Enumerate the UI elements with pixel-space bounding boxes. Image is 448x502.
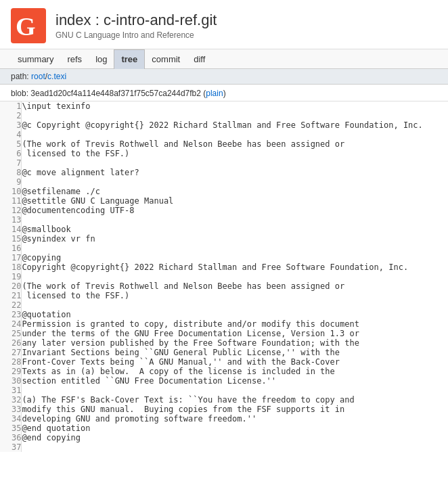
line-number: 29 <box>0 367 22 376</box>
line-code: Copyright @copyright{} 2022 Richard Stal… <box>22 263 448 272</box>
line-number: 21 <box>0 291 22 300</box>
line-number: 22 <box>0 300 22 310</box>
line-code <box>22 111 448 120</box>
nav-commit[interactable]: commit <box>145 50 187 68</box>
line-number: 36 <box>0 433 22 442</box>
nav-diff[interactable]: diff <box>187 50 212 68</box>
blob-prefix: blob: 3ead1d20cf4a114e448af371f75c57ca24… <box>11 89 206 98</box>
table-row: 14@smallbook <box>0 225 448 234</box>
table-row: 5(The work of Trevis Rothwell and Nelson… <box>0 139 448 149</box>
line-number: 4 <box>0 130 22 139</box>
line-code <box>22 386 448 395</box>
table-row: 30section entitled ``GNU Free Documentat… <box>0 376 448 386</box>
line-number: 8 <box>0 168 22 177</box>
table-row: 10@setfilename ./c <box>0 187 448 196</box>
line-code: under the terms of the GNU Free Document… <box>22 329 448 338</box>
table-row: 21 licensed to the FSF.) <box>0 291 448 300</box>
line-number: 24 <box>0 319 22 329</box>
line-code: @copying <box>22 253 448 263</box>
table-row: 36@end copying <box>0 433 448 442</box>
table-row: 19 <box>0 272 448 281</box>
table-row: 34developing GNU and promoting software … <box>0 414 448 424</box>
line-code: @smallbook <box>22 225 448 234</box>
table-row: 24Permission is granted to copy, distrib… <box>0 319 448 329</box>
line-code <box>22 158 448 168</box>
line-code <box>22 215 448 225</box>
table-row: 18Copyright @copyright{} 2022 Richard St… <box>0 263 448 272</box>
path-file-link[interactable]: c.texi <box>47 72 66 81</box>
line-number: 11 <box>0 196 22 206</box>
table-row: 12@documentencoding UTF-8 <box>0 206 448 215</box>
line-number: 13 <box>0 215 22 225</box>
table-row: 31 <box>0 386 448 395</box>
line-code: \input texinfo <box>22 101 448 111</box>
table-row: 25under the terms of the GNU Free Docume… <box>0 329 448 338</box>
line-number: 14 <box>0 225 22 234</box>
table-row: 32(a) The FSF's Back-Cover Text is: ``Yo… <box>0 395 448 405</box>
git-logo: G <box>11 8 46 43</box>
line-number: 35 <box>0 424 22 433</box>
table-row: 2 <box>0 111 448 120</box>
line-code: @end copying <box>22 433 448 442</box>
line-code: (The work of Trevis Rothwell and Nelson … <box>22 281 448 291</box>
blob-info: blob: 3ead1d20cf4a114e448af371f75c57ca24… <box>0 85 448 101</box>
table-row: 3@c Copyright @copyright{} 2022 Richard … <box>0 120 448 130</box>
line-code <box>22 300 448 310</box>
path-root-link[interactable]: root <box>31 72 45 81</box>
line-number: 28 <box>0 357 22 367</box>
table-row: 26any later version published by the Fre… <box>0 338 448 348</box>
line-number: 31 <box>0 386 22 395</box>
line-number: 17 <box>0 253 22 263</box>
line-code: @end quotation <box>22 424 448 433</box>
table-row: 8@c move alignment later? <box>0 168 448 177</box>
line-code: @settitle GNU C Language Manual <box>22 196 448 206</box>
line-number: 27 <box>0 348 22 357</box>
line-code <box>22 177 448 187</box>
line-number: 20 <box>0 281 22 291</box>
line-number: 9 <box>0 177 22 187</box>
line-number: 15 <box>0 234 22 244</box>
line-code: @documentencoding UTF-8 <box>22 206 448 215</box>
header-text: index : c-intro-and-ref.git GNU C Langua… <box>55 12 217 40</box>
line-code <box>22 244 448 253</box>
line-code: (a) The FSF's Back-Cover Text is: ``You … <box>22 395 448 405</box>
line-code: Front-Cover Texts being ``A GNU Manual,'… <box>22 357 448 367</box>
line-number: 18 <box>0 263 22 272</box>
line-code: @setfilename ./c <box>22 187 448 196</box>
blob-plain-link[interactable]: plain <box>206 89 223 98</box>
table-row: 6 licensed to the FSF.) <box>0 149 448 158</box>
line-code: licensed to the FSF.) <box>22 291 448 300</box>
line-number: 5 <box>0 139 22 149</box>
repo-title: index : c-intro-and-ref.git <box>55 12 217 29</box>
line-code: @quotation <box>22 310 448 319</box>
table-row: 1\input texinfo <box>0 101 448 111</box>
table-row: 15@synindex vr fn <box>0 234 448 244</box>
table-row: 28Front-Cover Texts being ``A GNU Manual… <box>0 357 448 367</box>
navbar: summary refs log tree commit diff <box>0 49 448 69</box>
path-bar: path: root/c.texi <box>0 69 448 85</box>
nav-summary[interactable]: summary <box>11 50 60 68</box>
line-number: 37 <box>0 442 22 452</box>
table-row: 27Invariant Sections being ``GNU General… <box>0 348 448 357</box>
path-label: path: <box>11 72 29 81</box>
nav-tree[interactable]: tree <box>114 49 145 69</box>
line-code <box>22 272 448 281</box>
line-number: 1 <box>0 101 22 111</box>
line-number: 34 <box>0 414 22 424</box>
code-container: 1\input texinfo23@c Copyright @copyright… <box>0 101 448 452</box>
line-code <box>22 442 448 452</box>
line-number: 19 <box>0 272 22 281</box>
svg-text:G: G <box>16 12 36 41</box>
line-code: Invariant Sections being ``GNU General P… <box>22 348 448 357</box>
table-row: 11@settitle GNU C Language Manual <box>0 196 448 206</box>
line-number: 23 <box>0 310 22 319</box>
table-row: 23@quotation <box>0 310 448 319</box>
line-code <box>22 130 448 139</box>
nav-log[interactable]: log <box>89 50 114 68</box>
table-row: 13 <box>0 215 448 225</box>
table-row: 20(The work of Trevis Rothwell and Nelso… <box>0 281 448 291</box>
line-number: 3 <box>0 120 22 130</box>
line-code: Texts as in (a) below. A copy of the lic… <box>22 367 448 376</box>
nav-refs[interactable]: refs <box>60 50 89 68</box>
line-code: @c move alignment later? <box>22 168 448 177</box>
